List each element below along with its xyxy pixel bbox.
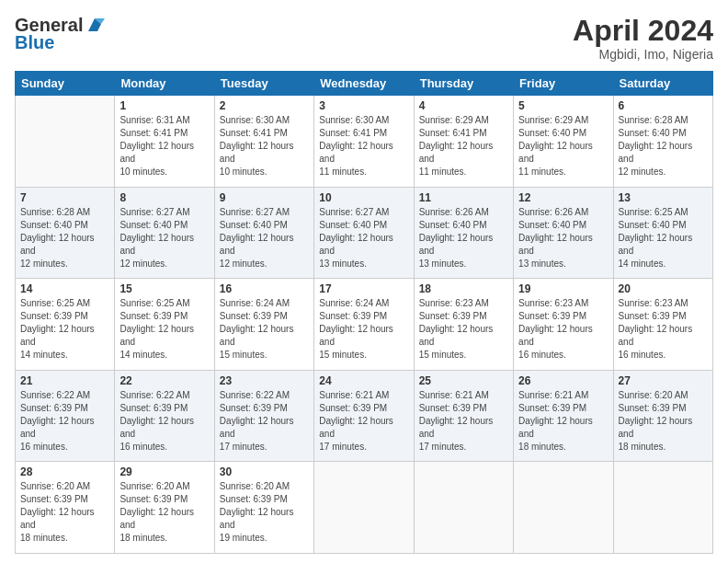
col-tuesday: Tuesday [214, 72, 313, 96]
day-number: 5 [518, 99, 608, 112]
day-info: Sunrise: 6:20 AMSunset: 6:39 PMDaylight:… [20, 480, 109, 545]
day-number: 12 [518, 191, 608, 204]
table-row: 12Sunrise: 6:26 AMSunset: 6:40 PMDayligh… [514, 187, 613, 279]
day-number: 19 [518, 282, 608, 295]
day-number: 18 [419, 282, 508, 295]
table-row: 9Sunrise: 6:27 AMSunset: 6:40 PMDaylight… [214, 187, 313, 279]
day-info: Sunrise: 6:24 AMSunset: 6:39 PMDaylight:… [319, 297, 408, 362]
day-info: Sunrise: 6:21 AMSunset: 6:39 PMDaylight:… [518, 389, 608, 454]
col-friday: Friday [514, 72, 613, 96]
day-number: 11 [419, 191, 508, 204]
col-thursday: Thursday [414, 72, 513, 96]
day-number: 21 [20, 374, 109, 387]
day-info: Sunrise: 6:25 AMSunset: 6:39 PMDaylight:… [119, 297, 209, 362]
day-number: 7 [20, 191, 109, 204]
day-info: Sunrise: 6:28 AMSunset: 6:40 PMDaylight:… [619, 114, 708, 178]
col-wednesday: Wednesday [314, 72, 414, 96]
table-row: 24Sunrise: 6:21 AMSunset: 6:39 PMDayligh… [314, 370, 414, 462]
day-info: Sunrise: 6:27 AMSunset: 6:40 PMDaylight:… [119, 206, 209, 270]
table-row: 22Sunrise: 6:22 AMSunset: 6:39 PMDayligh… [115, 370, 214, 462]
day-number: 15 [119, 282, 209, 295]
day-number: 1 [119, 99, 209, 112]
day-info: Sunrise: 6:28 AMSunset: 6:40 PMDaylight:… [20, 206, 109, 270]
day-info: Sunrise: 6:31 AMSunset: 6:41 PMDaylight:… [119, 114, 209, 178]
table-row: 19Sunrise: 6:23 AMSunset: 6:39 PMDayligh… [514, 279, 613, 371]
table-row: 6Sunrise: 6:28 AMSunset: 6:40 PMDaylight… [613, 96, 712, 188]
day-number: 30 [220, 465, 309, 478]
day-number: 3 [319, 99, 408, 112]
day-info: Sunrise: 6:21 AMSunset: 6:39 PMDaylight:… [419, 389, 508, 454]
table-row: 17Sunrise: 6:24 AMSunset: 6:39 PMDayligh… [314, 279, 414, 371]
day-number: 20 [619, 282, 708, 295]
day-info: Sunrise: 6:23 AMSunset: 6:39 PMDaylight:… [619, 297, 708, 362]
day-info: Sunrise: 6:22 AMSunset: 6:39 PMDaylight:… [220, 389, 309, 454]
day-info: Sunrise: 6:20 AMSunset: 6:39 PMDaylight:… [220, 480, 309, 545]
day-number: 14 [20, 282, 109, 295]
day-info: Sunrise: 6:23 AMSunset: 6:39 PMDaylight:… [419, 297, 508, 362]
day-info: Sunrise: 6:20 AMSunset: 6:39 PMDaylight:… [619, 389, 708, 454]
table-row: 2Sunrise: 6:30 AMSunset: 6:41 PMDaylight… [214, 96, 313, 188]
table-row: 29Sunrise: 6:20 AMSunset: 6:39 PMDayligh… [115, 462, 214, 554]
table-row: 27Sunrise: 6:20 AMSunset: 6:39 PMDayligh… [613, 370, 712, 462]
day-number: 6 [619, 99, 708, 112]
day-number: 27 [619, 374, 708, 387]
main-container: General Blue April 2024 Mgbidi, Imo, Nig… [0, 0, 728, 563]
table-row: 13Sunrise: 6:25 AMSunset: 6:40 PMDayligh… [613, 187, 712, 279]
table-row [613, 462, 712, 554]
day-number: 13 [619, 191, 708, 204]
month-year: April 2024 [573, 15, 713, 47]
day-number: 4 [419, 99, 508, 112]
table-row: 18Sunrise: 6:23 AMSunset: 6:39 PMDayligh… [414, 279, 513, 371]
table-row: 8Sunrise: 6:27 AMSunset: 6:40 PMDaylight… [115, 187, 214, 279]
table-row: 25Sunrise: 6:21 AMSunset: 6:39 PMDayligh… [414, 370, 513, 462]
table-row: 23Sunrise: 6:22 AMSunset: 6:39 PMDayligh… [214, 370, 313, 462]
logo-text-block: General Blue [15, 15, 105, 53]
day-info: Sunrise: 6:26 AMSunset: 6:40 PMDaylight:… [518, 206, 608, 270]
logo: General Blue [15, 15, 105, 53]
table-row: 15Sunrise: 6:25 AMSunset: 6:39 PMDayligh… [115, 279, 214, 371]
day-info: Sunrise: 6:27 AMSunset: 6:40 PMDaylight:… [220, 206, 309, 270]
day-info: Sunrise: 6:20 AMSunset: 6:39 PMDaylight:… [119, 480, 209, 545]
header: General Blue April 2024 Mgbidi, Imo, Nig… [15, 15, 713, 62]
day-info: Sunrise: 6:22 AMSunset: 6:39 PMDaylight:… [119, 389, 209, 454]
table-row: 16Sunrise: 6:24 AMSunset: 6:39 PMDayligh… [214, 279, 313, 371]
day-info: Sunrise: 6:24 AMSunset: 6:39 PMDaylight:… [220, 297, 309, 362]
calendar-week-row: 14Sunrise: 6:25 AMSunset: 6:39 PMDayligh… [16, 279, 713, 371]
table-row: 26Sunrise: 6:21 AMSunset: 6:39 PMDayligh… [514, 370, 613, 462]
table-row [16, 96, 115, 188]
day-info: Sunrise: 6:23 AMSunset: 6:39 PMDaylight:… [518, 297, 608, 362]
location: Mgbidi, Imo, Nigeria [573, 47, 713, 62]
day-number: 28 [20, 465, 109, 478]
day-info: Sunrise: 6:29 AMSunset: 6:40 PMDaylight:… [518, 114, 608, 178]
table-row: 28Sunrise: 6:20 AMSunset: 6:39 PMDayligh… [16, 462, 115, 554]
table-row: 20Sunrise: 6:23 AMSunset: 6:39 PMDayligh… [613, 279, 712, 371]
table-row: 14Sunrise: 6:25 AMSunset: 6:39 PMDayligh… [16, 279, 115, 371]
day-number: 10 [319, 191, 408, 204]
day-number: 2 [220, 99, 309, 112]
calendar-table: Sunday Monday Tuesday Wednesday Thursday… [15, 71, 713, 554]
day-number: 8 [119, 191, 209, 204]
day-number: 25 [419, 374, 508, 387]
calendar-header-row: Sunday Monday Tuesday Wednesday Thursday… [16, 72, 713, 96]
table-row [314, 462, 414, 554]
table-row: 11Sunrise: 6:26 AMSunset: 6:40 PMDayligh… [414, 187, 513, 279]
day-info: Sunrise: 6:25 AMSunset: 6:39 PMDaylight:… [20, 297, 109, 362]
day-info: Sunrise: 6:30 AMSunset: 6:41 PMDaylight:… [319, 114, 408, 178]
day-info: Sunrise: 6:22 AMSunset: 6:39 PMDaylight:… [20, 389, 109, 454]
day-number: 17 [319, 282, 408, 295]
table-row: 30Sunrise: 6:20 AMSunset: 6:39 PMDayligh… [214, 462, 313, 554]
calendar-week-row: 21Sunrise: 6:22 AMSunset: 6:39 PMDayligh… [16, 370, 713, 462]
table-row: 10Sunrise: 6:27 AMSunset: 6:40 PMDayligh… [314, 187, 414, 279]
col-monday: Monday [115, 72, 214, 96]
day-number: 26 [518, 374, 608, 387]
table-row [414, 462, 513, 554]
calendar-week-row: 28Sunrise: 6:20 AMSunset: 6:39 PMDayligh… [16, 462, 713, 554]
table-row: 4Sunrise: 6:29 AMSunset: 6:41 PMDaylight… [414, 96, 513, 188]
day-info: Sunrise: 6:25 AMSunset: 6:40 PMDaylight:… [619, 206, 708, 270]
title-block: April 2024 Mgbidi, Imo, Nigeria [573, 15, 713, 62]
day-number: 24 [319, 374, 408, 387]
table-row [514, 462, 613, 554]
calendar-week-row: 7Sunrise: 6:28 AMSunset: 6:40 PMDaylight… [16, 187, 713, 279]
col-saturday: Saturday [613, 72, 712, 96]
table-row: 5Sunrise: 6:29 AMSunset: 6:40 PMDaylight… [514, 96, 613, 188]
